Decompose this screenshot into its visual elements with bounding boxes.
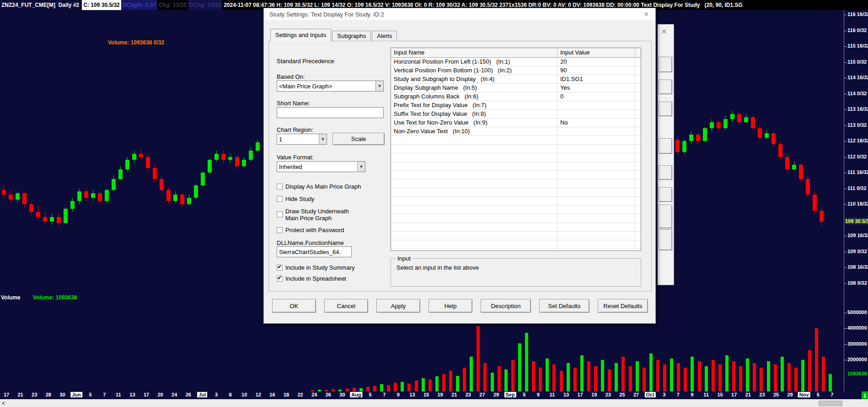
time-axis-label: 5 bbox=[369, 392, 372, 397]
checkbox-hide-study[interactable]: Hide Study bbox=[277, 195, 315, 202]
chevron-down-icon[interactable]: ▼ bbox=[375, 81, 383, 91]
chevron-down-icon[interactable]: ▼ bbox=[319, 134, 327, 144]
inputs-table-header: Input Name Input Value bbox=[391, 48, 641, 58]
horizontal-scrollbar[interactable]: < bbox=[0, 399, 868, 407]
chart-number-tab[interactable]: 1 bbox=[862, 391, 868, 399]
background-dialog-button-fragment[interactable] bbox=[659, 138, 672, 154]
table-row[interactable]: Non-Zero Value Text (In:10) bbox=[391, 127, 641, 136]
background-dialog-button-fragment[interactable] bbox=[659, 187, 672, 202]
checkbox-protect-with-password[interactable]: Protect with Password bbox=[277, 227, 344, 233]
time-axis-month-label: Sep bbox=[504, 392, 516, 397]
help-button[interactable]: Help bbox=[429, 299, 472, 313]
table-row[interactable]: Use Text for Non-Zero Value (In:9)No bbox=[391, 119, 641, 127]
background-dialog-button-fragment[interactable] bbox=[659, 205, 672, 228]
dll-function-name-label: DLLName.FunctionName bbox=[277, 239, 344, 246]
price-scale-label: 108 16/32 bbox=[847, 264, 868, 270]
checkbox-include-in-spreadsheet[interactable]: Include in Spreadsheet bbox=[277, 275, 346, 282]
apply-button[interactable]: Apply bbox=[376, 299, 420, 313]
chart-region-label: Chart Region: bbox=[277, 126, 313, 133]
reset-defaults-button[interactable]: Reset Defaults bbox=[598, 299, 648, 313]
cancel-button[interactable]: Cancel bbox=[324, 299, 368, 313]
column-header-input-value[interactable]: Input Value bbox=[557, 48, 635, 57]
scroll-left-arrow-icon[interactable]: < bbox=[2, 400, 5, 407]
scale-button[interactable]: Scale bbox=[332, 133, 385, 145]
table-row[interactable] bbox=[391, 240, 641, 249]
value-format-dropdown[interactable]: Inherited ▼ bbox=[277, 161, 365, 172]
table-row[interactable] bbox=[391, 171, 641, 179]
table-row[interactable]: Study and Subgraph to Display (In:4)ID1.… bbox=[391, 75, 641, 84]
column-header-input-name[interactable]: Input Name bbox=[391, 48, 557, 57]
table-row[interactable] bbox=[391, 197, 641, 206]
time-axis-label: 5 bbox=[89, 392, 92, 397]
background-dialog-button-fragment[interactable] bbox=[659, 102, 672, 116]
table-row[interactable] bbox=[391, 223, 641, 232]
time-axis-month-label: Aug bbox=[350, 392, 362, 397]
table-row[interactable] bbox=[391, 136, 641, 145]
time-axis-label: 27 bbox=[633, 392, 639, 397]
cell-input-value bbox=[557, 214, 635, 222]
based-on-dropdown[interactable]: <Main Price Graph> ▼ bbox=[277, 81, 384, 92]
tab-settings-and-inputs[interactable]: Settings and Inputs bbox=[270, 29, 331, 41]
cell-input-name: Non-Zero Value Text (In:10) bbox=[391, 127, 557, 136]
dialog-close-icon[interactable]: ✕ bbox=[642, 10, 651, 18]
checkbox-checked-icon[interactable] bbox=[277, 265, 283, 271]
ok-button[interactable]: OK bbox=[272, 299, 316, 313]
checkbox-checked-icon[interactable] bbox=[277, 276, 283, 282]
table-row[interactable]: Display Subgraph Name (In:5)Yes bbox=[391, 84, 641, 92]
background-dialog-button-fragment[interactable] bbox=[659, 57, 672, 72]
table-row[interactable] bbox=[391, 232, 641, 240]
cell-input-name bbox=[391, 179, 557, 188]
table-row[interactable] bbox=[391, 153, 641, 162]
cell-input-value bbox=[557, 240, 635, 249]
cell-input-name bbox=[391, 214, 557, 222]
input-groupbox-label: Input bbox=[396, 255, 413, 262]
set-defaults-button[interactable]: Set Defaults bbox=[539, 299, 589, 313]
table-row[interactable]: Subgraph Columns Back (In:6)0 bbox=[391, 92, 641, 101]
time-axis-label: 18 bbox=[284, 392, 289, 397]
short-name-field[interactable] bbox=[277, 107, 384, 118]
checkbox-display-as-main-price-graph[interactable]: Display As Main Price Graph bbox=[277, 183, 361, 190]
cell-filler bbox=[635, 127, 641, 136]
table-row[interactable] bbox=[391, 179, 641, 188]
checkbox-icon[interactable] bbox=[277, 212, 283, 217]
background-dialog-button-fragment[interactable] bbox=[659, 165, 672, 180]
price-scale-tick bbox=[844, 236, 847, 236]
cell-input-name: Subgraph Columns Back (In:6) bbox=[391, 92, 557, 101]
table-row[interactable]: Vertical Position From Bottom (1-100) (I… bbox=[391, 66, 641, 75]
tab-alerts[interactable]: Alerts bbox=[372, 31, 397, 41]
cell-input-value: 0 bbox=[557, 92, 635, 101]
table-row[interactable]: Suffix Text for Display Value (In:8) bbox=[391, 110, 641, 119]
scrollbar-thumb[interactable] bbox=[819, 401, 842, 406]
dll-function-name-field[interactable] bbox=[277, 246, 352, 257]
cell-filler bbox=[635, 58, 641, 66]
checkbox-label: Draw Study Underneath Main Price Graph bbox=[285, 208, 359, 222]
table-row[interactable] bbox=[391, 188, 641, 197]
table-row[interactable] bbox=[391, 162, 641, 171]
checkbox-icon[interactable] bbox=[277, 227, 283, 233]
input-groupbox-hint: Select an input in the list above bbox=[396, 264, 479, 271]
chevron-down-icon[interactable]: ▼ bbox=[357, 162, 365, 172]
cell-input-value: ID1.SG1 bbox=[557, 75, 635, 83]
inputs-table[interactable]: Input Name Input Value Horizontal Positi… bbox=[391, 48, 641, 251]
cell-input-value: No bbox=[557, 119, 635, 127]
table-row[interactable]: Horizontal Position From Left (1-150) (I… bbox=[391, 58, 641, 66]
checkbox-icon[interactable] bbox=[277, 196, 283, 202]
table-row[interactable] bbox=[391, 214, 641, 223]
checkbox-icon[interactable] bbox=[277, 184, 283, 190]
cell-input-name: Display Subgraph Name (In:5) bbox=[391, 84, 557, 92]
volume-pane-label: Volume bbox=[1, 294, 20, 301]
background-dialog-button-fragment[interactable] bbox=[659, 229, 672, 250]
checkbox-include-in-study-summary[interactable]: Include in Study Summary bbox=[277, 264, 355, 271]
background-dialog-button-fragment[interactable] bbox=[659, 80, 672, 94]
time-axis-label: 28 bbox=[46, 392, 51, 397]
table-row[interactable] bbox=[391, 206, 641, 214]
description-button[interactable]: Description bbox=[481, 299, 531, 313]
cell-filler bbox=[635, 110, 641, 118]
table-row[interactable] bbox=[391, 145, 641, 153]
background-dialog-close-icon[interactable]: ✕ bbox=[661, 28, 667, 35]
table-row[interactable]: Prefix Text for Display Value (In:7) bbox=[391, 101, 641, 110]
checkbox-draw-study-underneath[interactable]: Draw Study Underneath Main Price Graph bbox=[277, 208, 359, 222]
price-scale[interactable]: 116 16/32116 0/32115 16/32115 0/32114 16… bbox=[844, 10, 868, 399]
chart-region-dropdown[interactable]: 1 ▼ bbox=[277, 134, 327, 145]
tab-subgraphs[interactable]: Subgraphs bbox=[332, 31, 371, 41]
